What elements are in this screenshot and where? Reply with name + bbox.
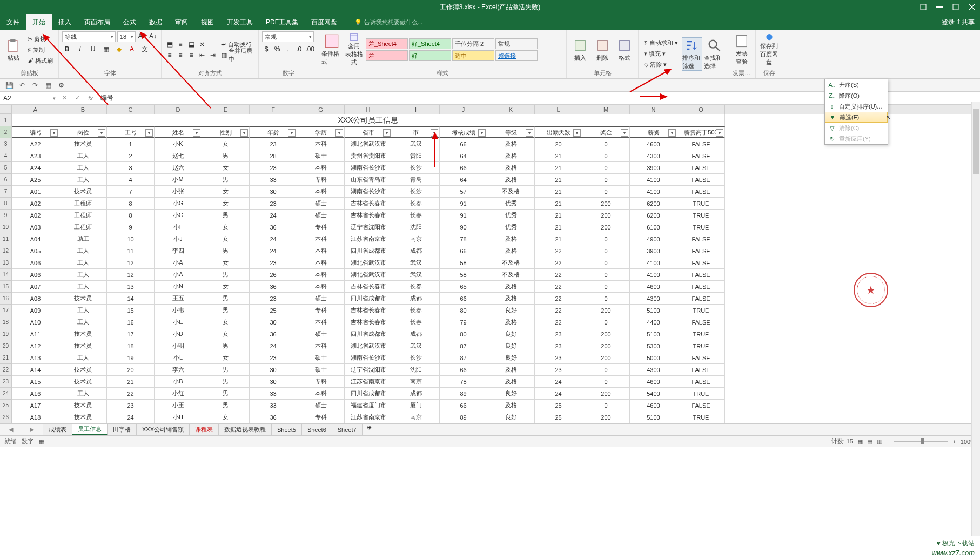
cell[interactable]: 长春 [392,305,440,316]
cell[interactable]: 22 [535,281,582,293]
cell[interactable]: A25 [12,174,59,186]
cell[interactable]: 工人 [59,281,107,293]
qat-icon-2[interactable]: ⚙ [56,80,66,90]
cell[interactable]: 本科 [297,162,345,174]
col-head-D[interactable]: D [155,105,202,114]
cell[interactable]: FALSE [677,316,725,328]
cell[interactable]: 女 [202,257,250,269]
italic-button[interactable]: I [75,44,85,54]
font-size-select[interactable]: 18 [117,31,136,42]
cell[interactable]: 64 [440,174,487,186]
cell[interactable]: 山东省青岛市 [345,174,392,186]
cell[interactable]: 4300 [630,150,677,162]
cell[interactable]: 女 [202,281,250,293]
cell[interactable]: 10 [107,233,155,245]
style-good-sheet4[interactable]: 好_Sheet4 [409,38,451,49]
cell[interactable]: 长沙 [392,186,440,198]
cell[interactable]: 小K [155,138,202,150]
cell[interactable]: 技术员 [59,340,107,352]
enter-formula-icon[interactable]: ✓ [71,92,84,104]
cell[interactable]: 工人 [59,174,107,186]
cell[interactable]: 200 [582,210,630,221]
cell[interactable]: 26 [250,269,297,281]
cell[interactable]: A14 [12,364,59,376]
cell[interactable]: 0 [582,138,630,150]
cell[interactable]: 0 [582,364,630,376]
cell[interactable]: 女 [202,221,250,233]
cell[interactable]: 本科 [297,257,345,269]
cell[interactable]: 4300 [630,364,677,376]
cell[interactable]: 长沙 [392,352,440,364]
cell[interactable]: 武汉 [392,138,440,150]
cell[interactable]: 小M [155,174,202,186]
cell[interactable]: 5000 [630,352,677,364]
filter-button-0[interactable]: ▾ [50,129,58,137]
style-bad[interactable]: 差 [366,50,408,61]
cell[interactable]: 0 [582,186,630,198]
cell[interactable]: FALSE [677,174,725,186]
share-button[interactable]: ⤴ 共享 [957,18,975,27]
cell[interactable]: FALSE [677,281,725,293]
style-thousand[interactable]: 千位分隔 2 [452,38,494,49]
cell[interactable]: 78 [440,376,487,388]
cell[interactable]: A18 [12,411,59,423]
filter-button-6[interactable]: ▾ [335,129,343,137]
row-head-3[interactable]: 3 [0,138,12,150]
orientation-icon[interactable]: ⤭ [197,39,207,49]
cell[interactable]: 24 [250,340,297,352]
cell[interactable]: 湖北省武汉市 [345,138,392,150]
cell[interactable]: 长春 [392,198,440,210]
cell[interactable]: 30 [250,316,297,328]
cell[interactable]: 助工 [59,233,107,245]
cell[interactable]: 58 [440,257,487,269]
col-head-B[interactable]: B [59,105,107,114]
cell[interactable]: 0 [582,257,630,269]
close-button[interactable] [964,0,980,14]
cell[interactable]: FALSE [677,150,725,162]
cell[interactable]: 本科 [297,316,345,328]
fill-button[interactable]: ▾填充▾ [642,49,680,59]
cell[interactable]: 本科 [297,245,345,257]
cell[interactable]: 男 [202,388,250,400]
tab-pdf[interactable]: PDF工具集 [259,14,305,30]
cell[interactable]: 21 [535,210,582,221]
cell[interactable]: 4 [107,174,155,186]
cell[interactable]: 30 [250,186,297,198]
increase-font-icon[interactable]: A↑ [137,31,147,41]
cell[interactable]: 200 [582,388,630,400]
cell[interactable]: A08 [12,293,59,305]
row-head-8[interactable]: 8 [0,198,12,210]
cell[interactable]: TRUE [677,305,725,316]
cell[interactable]: TRUE [677,198,725,210]
cell[interactable]: 工人 [59,316,107,328]
cell[interactable]: 小王 [155,400,202,411]
cell[interactable]: 长春 [392,316,440,328]
cell[interactable]: 湖南省长沙市 [345,186,392,198]
cell[interactable]: 小N [155,281,202,293]
cell[interactable]: 良好 [487,388,535,400]
cell[interactable]: A06 [12,257,59,269]
cell[interactable]: 12 [107,269,155,281]
cell[interactable]: 吉林省长春市 [345,210,392,221]
col-head-H[interactable]: H [345,105,392,114]
cell[interactable]: 91 [440,198,487,210]
col-head-A[interactable]: A [12,105,59,114]
cell[interactable]: 4600 [630,400,677,411]
cell[interactable]: 36 [250,328,297,340]
cell[interactable]: TRUE [677,221,725,233]
cell[interactable]: 0 [582,269,630,281]
cell[interactable]: 成都 [392,388,440,400]
table-format-button[interactable]: 套用 表格格式 [344,33,364,66]
cell[interactable]: 12 [107,257,155,269]
cell[interactable]: 工人 [59,269,107,281]
cell[interactable]: 4400 [630,316,677,328]
cell[interactable]: 22 [535,269,582,281]
cell[interactable]: 23 [107,400,155,411]
align-top-icon[interactable]: ⬒ [165,39,174,49]
style-good[interactable]: 好 [409,50,451,61]
filter-button-1[interactable]: ▾ [98,129,105,137]
row-head-19[interactable]: 19 [0,328,12,340]
cell[interactable]: 男 [202,174,250,186]
col-head-K[interactable]: K [487,105,535,114]
cell[interactable]: 沈阳 [392,221,440,233]
